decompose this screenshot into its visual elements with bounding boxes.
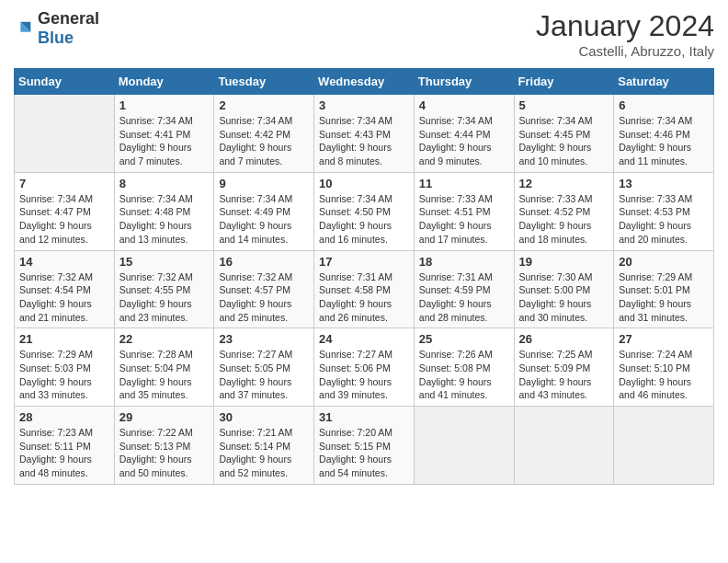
day-number: 4 (419, 98, 509, 112)
day-info: Sunrise: 7:33 AMSunset: 4:53 PMDaylight:… (619, 193, 692, 245)
col-header-friday: Friday (514, 69, 614, 95)
day-number: 5 (519, 98, 609, 112)
logo-icon (14, 18, 34, 39)
day-number: 16 (219, 255, 309, 269)
day-number: 28 (19, 410, 109, 424)
calendar-cell: 17 Sunrise: 7:31 AMSunset: 4:58 PMDaylig… (314, 250, 415, 328)
col-header-sunday: Sunday (15, 69, 115, 95)
day-number: 6 (619, 98, 709, 112)
calendar-cell: 3 Sunrise: 7:34 AMSunset: 4:43 PMDayligh… (314, 95, 415, 173)
title-block: January 2024 Castelli, Abruzzo, Italy (536, 9, 714, 59)
calendar-cell: 19 Sunrise: 7:30 AMSunset: 5:00 PMDaylig… (514, 250, 614, 328)
calendar-cell: 25 Sunrise: 7:26 AMSunset: 5:08 PMDaylig… (414, 328, 514, 407)
day-info: Sunrise: 7:25 AMSunset: 5:09 PMDaylight:… (519, 349, 593, 400)
day-number: 20 (619, 255, 709, 269)
day-number: 30 (219, 410, 309, 424)
day-number: 25 (419, 332, 509, 346)
day-info: Sunrise: 7:23 AMSunset: 5:11 PMDaylight:… (19, 427, 93, 478)
day-number: 7 (19, 177, 109, 190)
day-number: 17 (319, 255, 409, 269)
calendar-table: SundayMondayTuesdayWednesdayThursdayFrid… (14, 68, 714, 485)
day-number: 24 (319, 332, 409, 346)
calendar-cell: 21 Sunrise: 7:29 AMSunset: 5:03 PMDaylig… (15, 328, 115, 407)
day-number: 22 (119, 332, 210, 346)
day-info: Sunrise: 7:24 AMSunset: 5:10 PMDaylight:… (619, 349, 692, 400)
day-info: Sunrise: 7:27 AMSunset: 5:05 PMDaylight:… (219, 349, 292, 400)
calendar-cell: 8 Sunrise: 7:34 AMSunset: 4:48 PMDayligh… (114, 172, 214, 250)
day-number: 8 (119, 177, 210, 190)
calendar-cell (614, 407, 714, 485)
day-info: Sunrise: 7:22 AMSunset: 5:13 PMDaylight:… (119, 427, 193, 478)
calendar-cell (414, 407, 514, 485)
calendar-cell: 1 Sunrise: 7:34 AMSunset: 4:41 PMDayligh… (114, 95, 214, 173)
col-header-saturday: Saturday (614, 69, 714, 95)
col-header-monday: Monday (114, 69, 214, 95)
day-number: 27 (619, 332, 709, 346)
day-info: Sunrise: 7:34 AMSunset: 4:50 PMDaylight:… (319, 193, 392, 245)
calendar-cell: 22 Sunrise: 7:28 AMSunset: 5:04 PMDaylig… (114, 328, 214, 407)
day-info: Sunrise: 7:20 AMSunset: 5:15 PMDaylight:… (319, 427, 392, 478)
day-info: Sunrise: 7:34 AMSunset: 4:44 PMDaylight:… (419, 115, 493, 167)
calendar-cell: 23 Sunrise: 7:27 AMSunset: 5:05 PMDaylig… (214, 328, 314, 407)
calendar-cell: 30 Sunrise: 7:21 AMSunset: 5:14 PMDaylig… (214, 407, 314, 485)
day-number: 13 (619, 177, 709, 190)
calendar-cell: 5 Sunrise: 7:34 AMSunset: 4:45 PMDayligh… (514, 95, 614, 173)
day-number: 29 (119, 410, 210, 424)
location-title: Castelli, Abruzzo, Italy (536, 43, 714, 59)
day-info: Sunrise: 7:34 AMSunset: 4:49 PMDaylight:… (219, 193, 292, 245)
day-number: 21 (19, 332, 109, 346)
day-number: 18 (419, 255, 509, 269)
day-info: Sunrise: 7:34 AMSunset: 4:43 PMDaylight:… (319, 115, 392, 167)
day-info: Sunrise: 7:30 AMSunset: 5:00 PMDaylight:… (519, 271, 593, 323)
calendar-cell: 10 Sunrise: 7:34 AMSunset: 4:50 PMDaylig… (314, 172, 415, 250)
calendar-cell: 14 Sunrise: 7:32 AMSunset: 4:54 PMDaylig… (15, 250, 115, 328)
logo-text: General Blue (38, 9, 99, 48)
calendar-cell (514, 407, 614, 485)
calendar-cell: 27 Sunrise: 7:24 AMSunset: 5:10 PMDaylig… (614, 328, 714, 407)
col-header-thursday: Thursday (414, 69, 514, 95)
calendar-cell: 9 Sunrise: 7:34 AMSunset: 4:49 PMDayligh… (214, 172, 314, 250)
day-info: Sunrise: 7:29 AMSunset: 5:03 PMDaylight:… (19, 349, 93, 400)
day-number: 10 (319, 177, 409, 190)
calendar-cell: 26 Sunrise: 7:25 AMSunset: 5:09 PMDaylig… (514, 328, 614, 407)
calendar-cell: 2 Sunrise: 7:34 AMSunset: 4:42 PMDayligh… (214, 95, 314, 173)
day-number: 14 (19, 255, 109, 269)
day-info: Sunrise: 7:34 AMSunset: 4:47 PMDaylight:… (19, 193, 93, 245)
day-info: Sunrise: 7:34 AMSunset: 4:42 PMDaylight:… (219, 115, 292, 167)
day-info: Sunrise: 7:32 AMSunset: 4:54 PMDaylight:… (19, 271, 93, 323)
month-title: January 2024 (536, 9, 714, 43)
calendar-cell: 16 Sunrise: 7:32 AMSunset: 4:57 PMDaylig… (214, 250, 314, 328)
calendar-cell: 29 Sunrise: 7:22 AMSunset: 5:13 PMDaylig… (114, 407, 214, 485)
day-info: Sunrise: 7:29 AMSunset: 5:01 PMDaylight:… (619, 271, 692, 323)
col-header-wednesday: Wednesday (314, 69, 415, 95)
day-number: 11 (419, 177, 509, 190)
day-info: Sunrise: 7:26 AMSunset: 5:08 PMDaylight:… (419, 349, 493, 400)
day-number: 1 (119, 98, 210, 112)
day-info: Sunrise: 7:32 AMSunset: 4:55 PMDaylight:… (119, 271, 193, 323)
day-number: 26 (519, 332, 609, 346)
day-info: Sunrise: 7:34 AMSunset: 4:41 PMDaylight:… (119, 115, 193, 167)
calendar-cell: 28 Sunrise: 7:23 AMSunset: 5:11 PMDaylig… (15, 407, 115, 485)
day-info: Sunrise: 7:21 AMSunset: 5:14 PMDaylight:… (219, 427, 292, 478)
day-info: Sunrise: 7:31 AMSunset: 4:59 PMDaylight:… (419, 271, 493, 323)
day-info: Sunrise: 7:34 AMSunset: 4:45 PMDaylight:… (519, 115, 593, 167)
day-info: Sunrise: 7:31 AMSunset: 4:58 PMDaylight:… (319, 271, 392, 323)
day-info: Sunrise: 7:33 AMSunset: 4:51 PMDaylight:… (419, 193, 493, 245)
calendar-cell: 13 Sunrise: 7:33 AMSunset: 4:53 PMDaylig… (614, 172, 714, 250)
calendar-cell: 24 Sunrise: 7:27 AMSunset: 5:06 PMDaylig… (314, 328, 415, 407)
calendar-cell: 4 Sunrise: 7:34 AMSunset: 4:44 PMDayligh… (414, 95, 514, 173)
day-number: 9 (219, 177, 309, 190)
day-info: Sunrise: 7:33 AMSunset: 4:52 PMDaylight:… (519, 193, 593, 245)
day-number: 23 (219, 332, 309, 346)
calendar-cell: 6 Sunrise: 7:34 AMSunset: 4:46 PMDayligh… (614, 95, 714, 173)
day-number: 12 (519, 177, 609, 190)
calendar-cell: 12 Sunrise: 7:33 AMSunset: 4:52 PMDaylig… (514, 172, 614, 250)
day-info: Sunrise: 7:27 AMSunset: 5:06 PMDaylight:… (319, 349, 392, 400)
page-header: General Blue January 2024 Castelli, Abru… (14, 9, 714, 59)
day-number: 2 (219, 98, 309, 112)
calendar-cell: 7 Sunrise: 7:34 AMSunset: 4:47 PMDayligh… (15, 172, 115, 250)
calendar-cell: 15 Sunrise: 7:32 AMSunset: 4:55 PMDaylig… (114, 250, 214, 328)
calendar-cell: 20 Sunrise: 7:29 AMSunset: 5:01 PMDaylig… (614, 250, 714, 328)
calendar-cell: 11 Sunrise: 7:33 AMSunset: 4:51 PMDaylig… (414, 172, 514, 250)
day-number: 19 (519, 255, 609, 269)
